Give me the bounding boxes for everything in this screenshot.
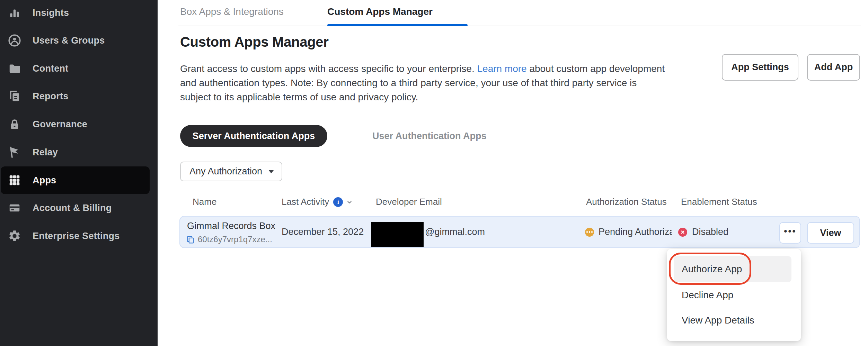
app-id-text: 60tz6y7vrp1q7xze... bbox=[198, 235, 272, 244]
sidebar-item-label: Governance bbox=[33, 119, 87, 130]
sidebar-item-label: Content bbox=[33, 63, 68, 74]
insights-icon bbox=[8, 6, 21, 19]
tab-custom-apps-manager[interactable]: Custom Apps Manager bbox=[327, 6, 433, 17]
info-glyph: i bbox=[337, 199, 339, 206]
view-button[interactable]: View bbox=[807, 222, 854, 244]
authorization-filter-value: Any Authorization bbox=[189, 166, 262, 177]
description-line-1: Grant access to custom apps with access … bbox=[180, 62, 665, 76]
tab-box-apps-integrations[interactable]: Box Apps & Integrations bbox=[180, 6, 284, 17]
sidebar-item-label: Enterprise Settings bbox=[33, 231, 119, 242]
tabs-divider bbox=[178, 26, 861, 26]
description-line-3: subject to its applicable terms of use a… bbox=[180, 90, 665, 104]
app-id[interactable]: 60tz6y7vrp1q7xze... bbox=[186, 235, 272, 244]
sidebar-item-governance[interactable]: Governance bbox=[1, 110, 150, 138]
apps-grid-icon bbox=[8, 174, 21, 187]
enablement-status-cell: Disabled bbox=[678, 216, 728, 248]
description-text: about custom app development bbox=[527, 63, 665, 74]
column-header-developer-email: Developer Email bbox=[376, 197, 442, 207]
caret-down-icon bbox=[268, 170, 274, 173]
sidebar-item-insights[interactable]: Insights bbox=[1, 0, 150, 27]
sidebar-item-label: Apps bbox=[33, 175, 56, 186]
column-header-authorization-status: Authorization Status bbox=[586, 197, 667, 207]
tab-server-authentication-apps[interactable]: Server Authentication Apps bbox=[180, 125, 327, 147]
sidebar-item-label: Account & Billing bbox=[33, 203, 112, 213]
custom-apps-manager-page: Insights Users & Groups Content Reports bbox=[0, 0, 868, 346]
relay-flag-icon bbox=[8, 146, 21, 159]
more-actions-button[interactable]: ••• bbox=[779, 222, 801, 244]
disabled-status-icon bbox=[678, 228, 687, 237]
sort-chevron-down-icon[interactable] bbox=[346, 198, 353, 206]
app-settings-button[interactable]: App Settings bbox=[722, 54, 798, 81]
column-header-label: Last Activity bbox=[282, 197, 329, 207]
sidebar-item-content[interactable]: Content bbox=[1, 55, 150, 82]
menu-item-authorize-app[interactable]: Authorize App bbox=[674, 256, 791, 282]
reports-icon bbox=[8, 90, 21, 103]
enablement-status-value: Disabled bbox=[692, 227, 728, 237]
sidebar-item-account-billing[interactable]: Account & Billing bbox=[1, 194, 150, 222]
info-icon[interactable]: i bbox=[333, 197, 343, 207]
column-header-enablement-status: Enablement Status bbox=[681, 197, 757, 207]
email-domain: @gimmal.com bbox=[425, 227, 485, 237]
authorization-status-value: Pending Authorization bbox=[599, 227, 672, 237]
last-activity-cell: December 15, 2022 bbox=[282, 216, 364, 248]
page-description: Grant access to custom apps with access … bbox=[180, 62, 665, 104]
gear-icon bbox=[8, 229, 21, 243]
last-activity-value: December 15, 2022 bbox=[282, 227, 364, 237]
description-text: Grant access to custom apps with access … bbox=[180, 63, 477, 74]
sidebar-item-users-groups[interactable]: Users & Groups bbox=[1, 27, 150, 54]
sidebar-item-enterprise-settings[interactable]: Enterprise Settings bbox=[1, 222, 150, 250]
menu-item-view-app-details[interactable]: View App Details bbox=[674, 309, 791, 331]
pending-status-icon bbox=[585, 228, 594, 237]
sidebar-item-label: Insights bbox=[33, 8, 69, 18]
developer-email-cell: @gimmal.com bbox=[425, 216, 485, 248]
add-app-button[interactable]: Add App bbox=[807, 54, 860, 81]
credit-card-icon bbox=[8, 201, 21, 215]
learn-more-link[interactable]: Learn more bbox=[477, 63, 526, 74]
lock-icon bbox=[8, 118, 21, 131]
authorization-filter-dropdown[interactable]: Any Authorization bbox=[180, 162, 282, 181]
folder-icon bbox=[8, 62, 21, 75]
sidebar-item-label: Relay bbox=[33, 147, 58, 158]
page-title: Custom Apps Manager bbox=[180, 34, 328, 50]
sidebar-item-label: Reports bbox=[33, 91, 68, 102]
redaction-box bbox=[371, 222, 424, 247]
copy-icon[interactable] bbox=[186, 235, 195, 244]
tab-user-authentication-apps[interactable]: User Authentication Apps bbox=[372, 125, 487, 147]
sidebar-item-apps[interactable]: Apps bbox=[1, 166, 150, 194]
sidebar-item-label: Users & Groups bbox=[33, 35, 105, 46]
authorization-status-cell: Pending Authorization bbox=[585, 216, 672, 248]
users-groups-icon bbox=[8, 34, 21, 47]
column-header-last-activity[interactable]: Last Activity i bbox=[282, 197, 353, 207]
description-line-2: and authentication types. Note: By conne… bbox=[180, 76, 665, 90]
sidebar-item-relay[interactable]: Relay bbox=[1, 138, 150, 166]
ellipsis-icon: ••• bbox=[784, 227, 796, 236]
menu-item-decline-app[interactable]: Decline App bbox=[674, 284, 791, 306]
active-tab-underline bbox=[327, 24, 468, 26]
sidebar-item-reports[interactable]: Reports bbox=[1, 82, 150, 110]
sidebar: Insights Users & Groups Content Reports bbox=[0, 0, 158, 346]
column-header-name: Name bbox=[193, 197, 216, 207]
app-name: Gimmal Records Box bbox=[187, 221, 275, 231]
